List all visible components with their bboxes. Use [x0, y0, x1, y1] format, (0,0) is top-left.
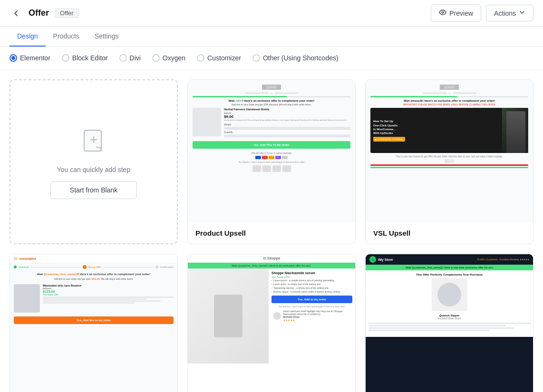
- shoppe-preview: ⊙ Shoppe Wait {customer_first_name}!! He…: [188, 254, 355, 392]
- shoppe-card[interactable]: ⊙ Shoppe Wait {customer_first_name}!! He…: [187, 254, 356, 392]
- product-upsell-preview: LOGO — Wait John! Here's an exclusive of…: [188, 80, 355, 222]
- vsl-upsell-label: VSL Upsell: [366, 222, 533, 244]
- blank-card-text: You can quickly add step: [57, 166, 130, 173]
- offer-badge: Offer: [55, 8, 79, 18]
- oxygen-label: Oxygen: [163, 54, 185, 62]
- other-label: Other (Using Shortcodes): [263, 54, 339, 62]
- header: Offer Offer Preview Actions: [0, 0, 543, 27]
- imy-store-preview: i iMy Store 16,000+ Customers · Excellen…: [366, 254, 533, 392]
- tabs-bar: Design Products Settings: [0, 27, 543, 47]
- header-right: Preview Actions: [431, 4, 533, 22]
- vsl-upsell-preview: LOGO — Wait amans2k! Here's an exclusive…: [366, 80, 533, 222]
- product-upsell-card[interactable]: LOGO — Wait John! Here's an exclusive of…: [187, 79, 356, 244]
- blank-card[interactable]: You can quickly add step Start from Blan…: [10, 79, 178, 244]
- vsl-upsell-card[interactable]: LOGO — Wait amans2k! Here's an exclusive…: [365, 79, 533, 244]
- tab-settings[interactable]: Settings: [87, 27, 126, 47]
- radio-circle-other: [252, 54, 260, 62]
- minimalist-preview: ⊙ minimalist Checkout Bonus Offer Confir…: [10, 254, 177, 392]
- imy-store-card[interactable]: i iMy Store 16,000+ Customers · Excellen…: [365, 254, 533, 392]
- block-editor-label: Block Editor: [72, 54, 108, 62]
- svg-point-0: [442, 11, 444, 13]
- tab-products[interactable]: Products: [46, 27, 87, 47]
- radio-oxygen[interactable]: Oxygen: [152, 54, 185, 62]
- actions-button[interactable]: Actions: [486, 5, 533, 21]
- actions-label: Actions: [494, 10, 516, 17]
- svg-rect-1: [84, 130, 101, 151]
- radio-circle-elementor: [10, 54, 17, 62]
- radio-block-editor[interactable]: Block Editor: [62, 54, 108, 62]
- preview-label: Preview: [449, 10, 473, 17]
- minimalist-card[interactable]: ⊙ minimalist Checkout Bonus Offer Confir…: [10, 254, 178, 392]
- preview-button[interactable]: Preview: [431, 4, 481, 22]
- eye-icon: [439, 9, 446, 18]
- editor-options: Elementor Block Editor Divi Oxygen Custo…: [0, 47, 543, 70]
- chevron-down-icon: [519, 9, 525, 17]
- radio-circle-block-editor: [62, 54, 69, 62]
- start-from-blank-button[interactable]: Start from Blank: [50, 181, 137, 199]
- radio-other[interactable]: Other (Using Shortcodes): [252, 54, 339, 62]
- radio-circle-customizer: [197, 54, 204, 62]
- back-button[interactable]: [10, 7, 23, 20]
- radio-divi[interactable]: Divi: [119, 54, 141, 62]
- page-title: Offer: [29, 8, 49, 18]
- tab-design[interactable]: Design: [10, 27, 46, 47]
- elementor-label: Elementor: [20, 54, 50, 62]
- radio-customizer[interactable]: Customizer: [197, 54, 241, 62]
- header-left: Offer Offer: [10, 7, 431, 20]
- radio-circle-oxygen: [152, 54, 160, 62]
- add-step-icon: [79, 125, 108, 158]
- customizer-label: Customizer: [207, 54, 241, 62]
- divi-label: Divi: [130, 54, 141, 62]
- product-upsell-label: Product Upsell: [188, 222, 355, 244]
- radio-circle-divi: [119, 54, 127, 62]
- templates-grid: You can quickly add step Start from Blan…: [0, 70, 543, 392]
- radio-elementor[interactable]: Elementor: [10, 54, 50, 62]
